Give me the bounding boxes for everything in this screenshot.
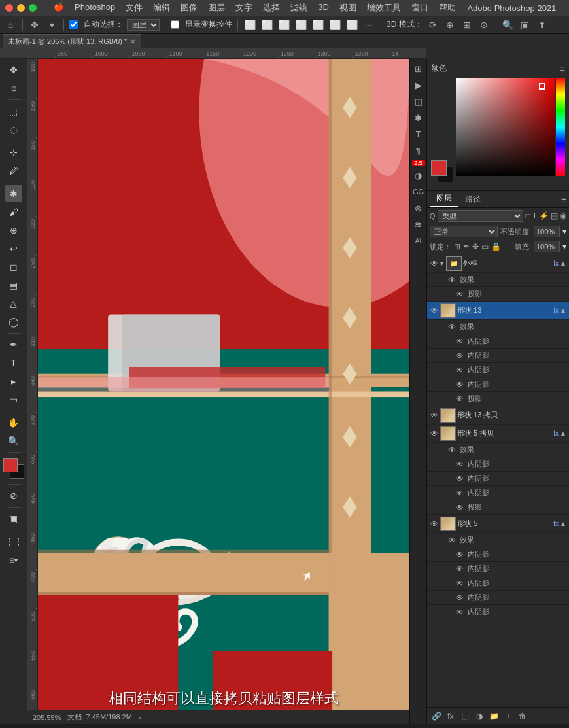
fill-arrow[interactable]: ▾	[562, 242, 566, 251]
document-tab[interactable]: 未标题-1 @ 206% (形状 13, RGB/8) * ✕	[3, 34, 141, 48]
lock-position-icon[interactable]: ⊞	[454, 242, 460, 251]
filter-icon-2[interactable]: T	[532, 211, 537, 220]
color-swatch[interactable]	[3, 458, 24, 479]
filter-icon-4[interactable]: ▤	[551, 211, 558, 220]
mask-icon[interactable]: ⊗	[411, 201, 426, 215]
search-icon[interactable]: 🔍	[502, 18, 515, 31]
add-layer-icon[interactable]: +	[502, 710, 515, 723]
layer-fx-icon[interactable]: fx	[553, 520, 559, 527]
chevron-up-icon[interactable]: ▲	[560, 307, 566, 314]
layers-grid-icon[interactable]: ⊞	[411, 61, 426, 76]
chevron-down-icon[interactable]: ▾	[45, 18, 58, 31]
align-bottom-icon[interactable]: ⬜	[328, 18, 341, 31]
visibility-icon[interactable]: 👁	[430, 411, 439, 420]
move-icon[interactable]: ✥	[28, 18, 41, 31]
zoom-tool[interactable]: 🔍	[5, 432, 22, 449]
layer-row[interactable]: 👁 形状 5 拷贝 fx ▲	[427, 425, 569, 443]
menu-app[interactable]: 🍎	[54, 2, 64, 14]
menu-plugins[interactable]: 增效工具	[367, 2, 401, 14]
delete-layer-icon[interactable]: 🗑	[516, 710, 529, 723]
more-icon[interactable]: ···	[362, 18, 375, 31]
filter-icon-1[interactable]: □	[525, 211, 530, 220]
menu-photoshop[interactable]: Photoshop	[75, 2, 115, 14]
minimize-button[interactable]	[17, 4, 25, 12]
align-left-icon[interactable]: ⬜	[243, 18, 256, 31]
3d-scale-icon[interactable]: ⊞	[460, 18, 474, 31]
gradient-tool[interactable]: ▤	[5, 277, 22, 294]
ai2-icon[interactable]: AI	[411, 234, 426, 248]
menu-file[interactable]: 文件	[126, 2, 143, 14]
transform-checkbox[interactable]	[171, 20, 179, 29]
hand-tool[interactable]: ✋	[5, 414, 22, 431]
lock-pixels-icon[interactable]: ✒	[463, 242, 470, 251]
align-top-icon[interactable]: ⬜	[294, 18, 307, 31]
crop-tool[interactable]: ⊹	[5, 144, 22, 161]
shape-tool[interactable]: ▭	[5, 391, 22, 408]
close-button[interactable]	[5, 4, 13, 12]
home-icon[interactable]: ⌂	[4, 18, 17, 31]
fill-input[interactable]	[534, 241, 560, 252]
brush-tool[interactable]: 🖌	[5, 203, 22, 220]
menu-layer[interactable]: 图层	[208, 2, 225, 14]
more-tools-btn[interactable]: ⋮⋮	[5, 533, 22, 550]
menu-text[interactable]: 文字	[235, 2, 252, 14]
adjustments-icon[interactable]: ◑	[411, 168, 426, 182]
marquee-tool[interactable]: ⬚	[5, 103, 22, 120]
fg-color-box[interactable]	[431, 160, 447, 176]
menu-filter[interactable]: 滤镜	[290, 2, 307, 14]
screen-mode-icon[interactable]: ▣	[519, 18, 532, 31]
3d-rotate-icon[interactable]: ⟳	[426, 18, 440, 31]
screen-mode-btn[interactable]: ▣	[5, 510, 22, 527]
filter-panel-icon[interactable]: ≋	[411, 217, 426, 232]
opacity-input[interactable]	[534, 226, 560, 237]
healing-tool[interactable]: ✱	[5, 185, 22, 202]
3d-zoom-icon[interactable]: ⊙	[477, 18, 491, 31]
layer-row[interactable]: 👁 形状 13 fx ▲	[427, 302, 569, 320]
add-group-icon[interactable]: 📁	[487, 710, 500, 723]
layer-fx-icon[interactable]: fx	[553, 260, 559, 267]
layer-list[interactable]: 👁 ▾ 📁 外框 fx ▲ 👁 效果 👁 投影	[427, 254, 569, 707]
eyedropper-tool[interactable]: 🖉	[5, 162, 22, 179]
quick-mask-tool[interactable]: ⊘	[5, 487, 22, 504]
auto-select-checkbox[interactable]	[69, 20, 78, 29]
menu-image[interactable]: 图像	[181, 2, 198, 14]
layer-filter-select[interactable]: 类型	[438, 210, 524, 222]
layer-row[interactable]: 👁 形状 13 拷贝	[427, 406, 569, 425]
healing-panel-icon[interactable]: ✱	[411, 111, 426, 125]
transform-tool[interactable]: ⊡	[5, 80, 22, 97]
menu-3d[interactable]: 3D	[318, 2, 329, 14]
chevron-up-icon[interactable]: ▲	[560, 260, 566, 267]
ai-icon[interactable]: GG	[411, 184, 426, 199]
type-panel-icon[interactable]: T	[411, 127, 426, 141]
layer-panel-menu-icon[interactable]: ≡	[561, 194, 566, 205]
play-icon[interactable]: ▶	[411, 78, 426, 92]
canvas-area[interactable]: 相同结构可以直接拷贝粘贴图层样式 205.55% 文档: 7.45M/198.2…	[27, 59, 409, 724]
filter-icon-3[interactable]: ⚡	[539, 211, 549, 220]
extra-tools-btn[interactable]: ⊞▾	[5, 551, 22, 568]
blur-tool[interactable]: △	[5, 295, 22, 312]
foreground-color-swatch[interactable]	[3, 458, 18, 472]
visibility-icon[interactable]: 👁	[430, 259, 439, 268]
share-icon[interactable]: ⬆	[536, 18, 549, 31]
menu-select[interactable]: 选择	[263, 2, 280, 14]
visibility-icon[interactable]: 👁	[430, 429, 439, 438]
layer-fx-icon[interactable]: fx	[553, 307, 559, 314]
menu-view[interactable]: 视图	[339, 2, 356, 14]
add-mask-icon[interactable]: ⬚	[458, 710, 472, 723]
shadow-eye[interactable]: 👁	[456, 290, 465, 299]
lock-artboard-icon[interactable]: ▭	[481, 242, 489, 251]
maximize-button[interactable]	[29, 4, 37, 12]
auto-select-select[interactable]: 图层	[127, 19, 160, 31]
filter-icon-5[interactable]: ◉	[560, 211, 566, 220]
tab-layers[interactable]: 图层	[430, 191, 458, 207]
lock-move-icon[interactable]: ✥	[472, 242, 479, 251]
menu-edit[interactable]: 编辑	[153, 2, 170, 14]
layer-effects-icon[interactable]: fx	[444, 710, 457, 723]
layer-row[interactable]: 👁 ▾ 📁 外框 fx ▲	[427, 254, 569, 273]
group-collapse-icon[interactable]: ▾	[440, 260, 443, 267]
path-select-tool[interactable]: ▸	[5, 373, 22, 390]
move-tool[interactable]: ✥	[5, 61, 22, 78]
layer-row[interactable]: 👁 形状 5 fx ▲	[427, 515, 569, 533]
align-center-icon[interactable]: ⬜	[260, 18, 273, 31]
3d-move-icon[interactable]: ⊕	[443, 18, 457, 31]
